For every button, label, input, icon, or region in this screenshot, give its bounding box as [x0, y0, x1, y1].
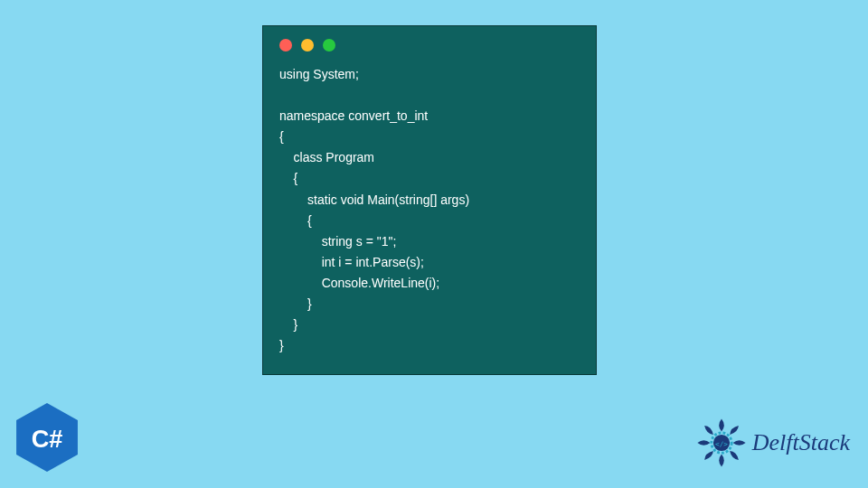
csharp-badge-icon: C# — [16, 403, 78, 472]
delftstack-text: DelftStack — [752, 429, 850, 456]
traffic-lights — [279, 39, 580, 52]
csharp-text: C# — [32, 425, 63, 453]
minimize-icon — [301, 39, 314, 52]
delftstack-icon: </> — [696, 418, 747, 468]
delftstack-logo: </> DelftStack — [696, 418, 850, 468]
code-window: using System; namespace convert_to_int {… — [262, 25, 597, 375]
close-icon — [279, 39, 292, 52]
code-block: using System; namespace convert_to_int {… — [279, 64, 580, 356]
svg-text:</>: </> — [715, 440, 728, 448]
maximize-icon — [323, 39, 335, 52]
